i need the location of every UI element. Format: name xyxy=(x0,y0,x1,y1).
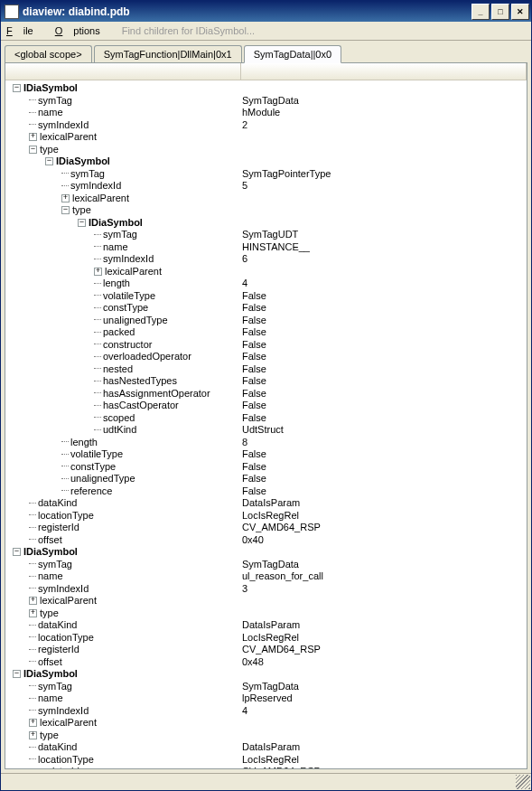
tree-row[interactable]: hasCastOperatorFalse xyxy=(9,400,527,412)
resize-grip-icon[interactable] xyxy=(516,775,530,789)
tree-row[interactable]: dataKindDataIsParam xyxy=(9,741,527,754)
tree-key: type xyxy=(40,144,59,156)
tree-row[interactable]: +lexicalParent xyxy=(9,266,527,278)
tree-key: symIndexId xyxy=(38,583,89,596)
tree-row[interactable]: length4 xyxy=(9,278,527,290)
tab-symtagfunction[interactable]: SymTagFunction|DllMain|0x1 xyxy=(94,45,242,62)
tab-global-scope[interactable]: <global scope> xyxy=(5,45,92,62)
collapse-icon[interactable]: − xyxy=(61,206,70,214)
tree-row[interactable]: constructorFalse xyxy=(9,339,527,352)
tree-row[interactable]: −IDiaSymbol xyxy=(9,546,527,559)
minimize-button[interactable]: _ xyxy=(471,4,490,20)
expand-icon[interactable]: + xyxy=(94,268,102,276)
tree-row[interactable]: +lexicalParent xyxy=(9,595,527,607)
tree-row[interactable]: symIndexId2 xyxy=(9,119,527,132)
tree-row[interactable]: symIndexId3 xyxy=(9,583,527,596)
tree-row[interactable]: registerIdCV_AMD64_RSP xyxy=(9,766,527,768)
expand-icon[interactable]: + xyxy=(61,194,70,202)
expand-icon[interactable]: + xyxy=(29,719,37,727)
tree-row[interactable]: symTagSymTagData xyxy=(9,95,527,108)
expand-icon[interactable]: + xyxy=(29,133,37,141)
expand-icon[interactable]: + xyxy=(29,597,37,605)
tree-row[interactable]: symIndexId5 xyxy=(9,180,527,193)
tree-row[interactable]: dataKindDataIsParam xyxy=(9,497,527,510)
expand-icon[interactable]: + xyxy=(29,609,37,617)
tree-row[interactable]: symIndexId4 xyxy=(9,705,527,718)
titlebar[interactable]: diaview: diabind.pdb _ □ ✕ xyxy=(1,1,531,22)
tree-row[interactable]: +lexicalParent xyxy=(9,193,527,205)
close-button[interactable]: ✕ xyxy=(511,4,529,20)
tree-row[interactable]: symTagSymTagData xyxy=(9,559,527,571)
col-key[interactable] xyxy=(5,63,241,80)
tree-row[interactable]: referenceFalse xyxy=(9,485,527,498)
tree-row[interactable]: constTypeFalse xyxy=(9,461,527,474)
tree-key: lexicalParent xyxy=(40,131,97,144)
tree-row[interactable]: hasNestedTypesFalse xyxy=(9,375,527,388)
tree-row[interactable]: −IDiaSymbol xyxy=(9,217,527,230)
tree-value: False xyxy=(242,388,527,400)
tree-row[interactable]: +type xyxy=(9,730,527,742)
tree-view[interactable]: −IDiaSymbolsymTagSymTagDatanamehModulesy… xyxy=(5,80,527,768)
tree-key: nested xyxy=(103,363,133,376)
collapse-icon[interactable]: − xyxy=(78,219,86,227)
tree-row[interactable]: constTypeFalse xyxy=(9,302,527,315)
tree-row[interactable]: offset0x48 xyxy=(9,656,527,669)
menu-file[interactable]: File xyxy=(6,25,44,36)
tree-row[interactable]: locationTypeLocIsRegRel xyxy=(9,632,527,645)
tree-row[interactable]: +lexicalParent xyxy=(9,717,527,730)
tree-row[interactable]: symTagSymTagData xyxy=(9,681,527,693)
tree-row[interactable]: −IDiaSymbol xyxy=(9,155,527,168)
tree-row[interactable]: nestedFalse xyxy=(9,363,527,376)
tree-row[interactable]: symIndexId6 xyxy=(9,253,527,266)
tree-value: False xyxy=(242,473,527,485)
collapse-icon[interactable]: − xyxy=(13,548,21,556)
tree-row[interactable]: unalignedTypeFalse xyxy=(9,315,527,327)
tree-row[interactable]: registerIdCV_AMD64_RSP xyxy=(9,522,527,534)
tree-key: symTag xyxy=(38,95,72,108)
tree-row[interactable]: unalignedTypeFalse xyxy=(9,473,527,485)
tree-row[interactable]: packedFalse xyxy=(9,326,527,339)
col-value[interactable] xyxy=(241,63,527,80)
collapse-icon[interactable]: − xyxy=(13,670,21,678)
menu-find[interactable]: Find children for IDiaSymbol... xyxy=(122,25,255,36)
tree-row[interactable]: offset0x40 xyxy=(9,534,527,547)
tree-row[interactable]: scopedFalse xyxy=(9,412,527,425)
tree-row[interactable]: locationTypeLocIsRegRel xyxy=(9,510,527,523)
tree-key: offset xyxy=(38,534,62,547)
tab-symtagdata[interactable]: SymTagData||0x0 xyxy=(244,45,341,63)
expand-icon[interactable]: + xyxy=(29,731,37,739)
menu-options[interactable]: Options xyxy=(55,25,111,36)
tree-row[interactable]: +lexicalParent xyxy=(9,131,527,144)
tree-row[interactable]: locationTypeLocIsRegRel xyxy=(9,754,527,767)
tree-row[interactable]: volatileTypeFalse xyxy=(9,290,527,303)
tree-row[interactable]: namelpReserved xyxy=(9,692,527,705)
collapse-icon[interactable]: − xyxy=(45,157,53,165)
tree-row[interactable]: registerIdCV_AMD64_RSP xyxy=(9,644,527,656)
tree-row[interactable]: −IDiaSymbol xyxy=(9,82,527,95)
collapse-icon[interactable]: − xyxy=(13,84,21,92)
tree-row[interactable]: volatileTypeFalse xyxy=(9,448,527,461)
tree-row[interactable]: −IDiaSymbol xyxy=(9,668,527,681)
tree-row[interactable]: +type xyxy=(9,607,527,620)
tree-row[interactable]: symTagSymTagPointerType xyxy=(9,168,527,181)
tree-row[interactable]: dataKindDataIsParam xyxy=(9,619,527,632)
tree-row[interactable]: namehModule xyxy=(9,107,527,119)
tree-key: volatileType xyxy=(103,290,155,303)
tree-key: symIndexId xyxy=(103,253,154,266)
tree-key: name xyxy=(103,241,128,254)
tree-row[interactable]: overloadedOperatorFalse xyxy=(9,351,527,363)
tree-row[interactable]: hasAssignmentOperatorFalse xyxy=(9,388,527,400)
tree-row[interactable]: udtKindUdtStruct xyxy=(9,424,527,437)
tree-key: locationType xyxy=(38,632,94,645)
maximize-button[interactable]: □ xyxy=(491,4,509,20)
tree-row[interactable]: symTagSymTagUDT xyxy=(9,229,527,241)
tree-row[interactable]: −type xyxy=(9,144,527,156)
tree-row[interactable]: nameHINSTANCE__ xyxy=(9,241,527,254)
tree-row[interactable]: −type xyxy=(9,204,527,217)
tree-key: type xyxy=(40,607,59,620)
tree-row[interactable]: nameul_reason_for_call xyxy=(9,570,527,583)
tree-row[interactable]: length8 xyxy=(9,437,527,449)
app-icon xyxy=(5,5,19,19)
collapse-icon[interactable]: − xyxy=(29,146,37,154)
tree-value xyxy=(242,668,527,681)
